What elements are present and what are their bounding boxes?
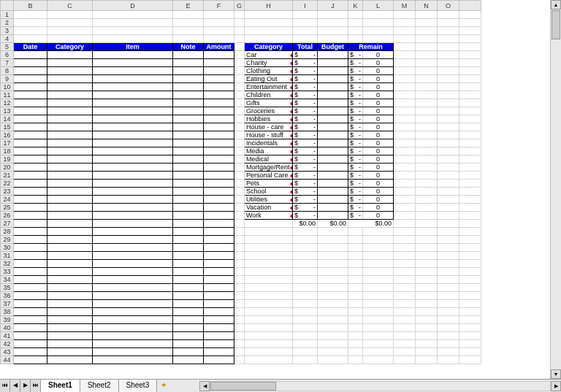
cell-J22[interactable] bbox=[318, 180, 348, 188]
cell-E36[interactable] bbox=[173, 292, 204, 300]
cell-O3[interactable] bbox=[438, 27, 459, 35]
cell-O24[interactable] bbox=[438, 196, 459, 204]
cell-H43[interactable] bbox=[245, 348, 293, 356]
cell-F7[interactable] bbox=[204, 59, 234, 67]
cell-F26[interactable] bbox=[204, 212, 234, 220]
cell-H34[interactable] bbox=[245, 276, 293, 284]
cell-G28[interactable] bbox=[234, 228, 245, 236]
row-header-41[interactable]: 41 bbox=[1, 332, 14, 340]
cell-H41[interactable] bbox=[245, 332, 293, 340]
cell-C27[interactable] bbox=[47, 220, 93, 228]
cell-J27[interactable]: $0.00 bbox=[318, 220, 348, 228]
cell-N44[interactable] bbox=[416, 356, 438, 364]
cell-D38[interactable] bbox=[93, 308, 173, 316]
cell-H25[interactable]: Vacation bbox=[245, 204, 293, 212]
cell-O28[interactable] bbox=[438, 228, 459, 236]
scroll-left-button[interactable]: ◀ bbox=[199, 381, 210, 391]
cell-O31[interactable] bbox=[438, 252, 459, 260]
column-header-J[interactable]: J bbox=[318, 1, 348, 11]
cell-L25[interactable]: 0 bbox=[363, 204, 394, 212]
cell-O6[interactable] bbox=[438, 51, 459, 59]
cell-O20[interactable] bbox=[438, 164, 459, 172]
cell-H6[interactable]: Car bbox=[245, 51, 293, 59]
cell-M6[interactable] bbox=[394, 51, 416, 59]
cell-N5[interactable] bbox=[416, 43, 438, 51]
cell-I23[interactable]: $- bbox=[293, 188, 318, 196]
cell-M30[interactable] bbox=[394, 244, 416, 252]
cell-E35[interactable] bbox=[173, 284, 204, 292]
cell-F33[interactable] bbox=[204, 268, 234, 276]
cell-E1[interactable] bbox=[173, 11, 204, 19]
cell-F17[interactable] bbox=[204, 139, 234, 147]
cell-C21[interactable] bbox=[47, 172, 93, 180]
cell-H13[interactable]: Groceries bbox=[245, 107, 293, 115]
cell-B14[interactable] bbox=[14, 115, 47, 123]
cell-M3[interactable] bbox=[394, 27, 416, 35]
cell-B27[interactable] bbox=[14, 220, 47, 228]
cell-O25[interactable] bbox=[438, 204, 459, 212]
cell-F25[interactable] bbox=[204, 204, 234, 212]
cell-E42[interactable] bbox=[173, 340, 204, 348]
cell-25[interactable] bbox=[459, 204, 481, 212]
cell-N20[interactable] bbox=[416, 164, 438, 172]
cell-C20[interactable] bbox=[47, 164, 93, 172]
cell-E40[interactable] bbox=[173, 324, 204, 332]
cell-G36[interactable] bbox=[234, 292, 245, 300]
cell-L39[interactable] bbox=[363, 316, 394, 324]
cell-I28[interactable] bbox=[293, 228, 318, 236]
cell-C16[interactable] bbox=[47, 131, 93, 139]
cell-40[interactable] bbox=[459, 324, 481, 332]
cell-M36[interactable] bbox=[394, 292, 416, 300]
cell-M10[interactable] bbox=[394, 83, 416, 91]
cell-B13[interactable] bbox=[14, 107, 47, 115]
cell-F15[interactable] bbox=[204, 123, 234, 131]
insert-sheet-icon[interactable]: ✦ bbox=[157, 380, 170, 392]
row-header-18[interactable]: 18 bbox=[1, 147, 14, 155]
cell-D9[interactable] bbox=[93, 75, 173, 83]
cell-K28[interactable] bbox=[348, 228, 363, 236]
cell-O29[interactable] bbox=[438, 236, 459, 244]
cell-N32[interactable] bbox=[416, 260, 438, 268]
cell-M37[interactable] bbox=[394, 300, 416, 308]
cell-C42[interactable] bbox=[47, 340, 93, 348]
cell-K16[interactable]: $- bbox=[348, 131, 363, 139]
cell-2[interactable] bbox=[459, 19, 481, 27]
cell-M34[interactable] bbox=[394, 276, 416, 284]
cell-B30[interactable] bbox=[14, 244, 47, 252]
cell-L35[interactable] bbox=[363, 284, 394, 292]
row-header-35[interactable]: 35 bbox=[1, 284, 14, 292]
cell-F2[interactable] bbox=[204, 19, 234, 27]
cell-H12[interactable]: Gifts bbox=[245, 99, 293, 107]
cell-I19[interactable]: $- bbox=[293, 155, 318, 164]
cell-C17[interactable] bbox=[47, 139, 93, 147]
cell-10[interactable] bbox=[459, 83, 481, 91]
row-header-44[interactable]: 44 bbox=[1, 356, 14, 364]
cell-M25[interactable] bbox=[394, 204, 416, 212]
cell-N6[interactable] bbox=[416, 51, 438, 59]
cell-J40[interactable] bbox=[318, 324, 348, 332]
cell-K37[interactable] bbox=[348, 300, 363, 308]
cell-K8[interactable]: $- bbox=[348, 67, 363, 75]
cell-M15[interactable] bbox=[394, 123, 416, 131]
select-all-corner[interactable] bbox=[459, 1, 481, 11]
cell-O18[interactable] bbox=[438, 147, 459, 155]
cell-J18[interactable] bbox=[318, 147, 348, 155]
cell-K32[interactable] bbox=[348, 260, 363, 268]
cell-M20[interactable] bbox=[394, 164, 416, 172]
cell-H8[interactable]: Clothing bbox=[245, 67, 293, 75]
cell-J6[interactable] bbox=[318, 51, 348, 59]
cell-H16[interactable]: House - stuff bbox=[245, 131, 293, 139]
cell-K40[interactable] bbox=[348, 324, 363, 332]
cell-D1[interactable] bbox=[93, 11, 173, 19]
cell-J32[interactable] bbox=[318, 260, 348, 268]
cell-H15[interactable]: House - care bbox=[245, 123, 293, 131]
cell-F37[interactable] bbox=[204, 300, 234, 308]
cell-G24[interactable] bbox=[234, 196, 245, 204]
cell-F6[interactable] bbox=[204, 51, 234, 59]
cell-H2[interactable] bbox=[245, 19, 293, 27]
cell-O27[interactable] bbox=[438, 220, 459, 228]
cell-L37[interactable] bbox=[363, 300, 394, 308]
cell-G9[interactable] bbox=[234, 75, 245, 83]
cell-M7[interactable] bbox=[394, 59, 416, 67]
cell-H42[interactable] bbox=[245, 340, 293, 348]
